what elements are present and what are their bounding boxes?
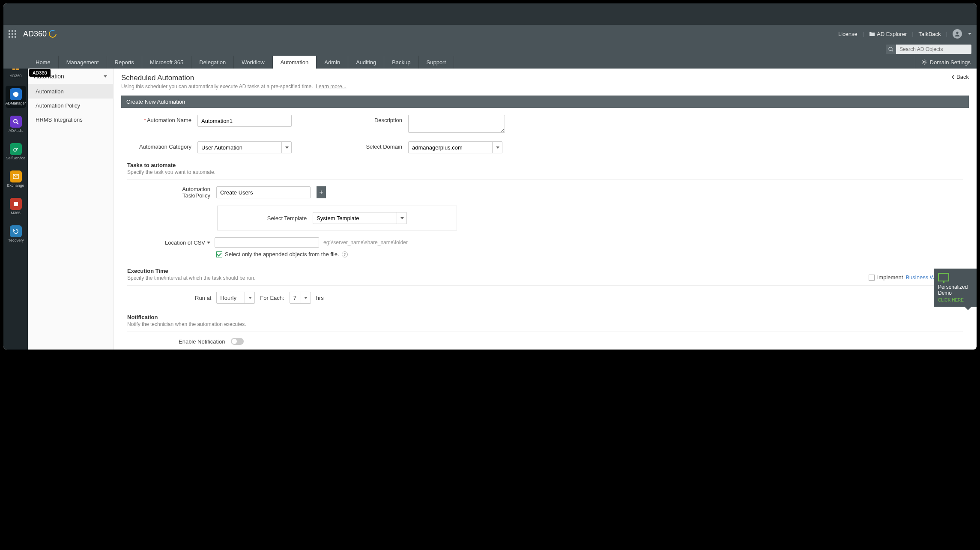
tabs: Home Management Reports Microsoft 365 De… [28, 56, 454, 69]
rail-selfservice[interactable]: SelfService [6, 140, 26, 163]
csv-path-input[interactable] [215, 237, 319, 248]
search-input[interactable] [896, 45, 971, 54]
admanager-icon [10, 88, 22, 100]
add-task-button[interactable]: + [317, 186, 326, 198]
page-header: Scheduled Automation Using this schedule… [121, 74, 969, 90]
svg-line-11 [17, 123, 18, 124]
rail-adaudit[interactable]: ADAudit [6, 113, 26, 135]
template-select[interactable]: System Template [313, 212, 407, 224]
tab-home[interactable]: Home [28, 56, 59, 69]
apps-grid-icon[interactable] [9, 30, 16, 38]
callout-arrow-icon [965, 307, 971, 310]
learn-more-link[interactable]: Learn more... [316, 84, 346, 90]
app-window: AD360 License | AD Explorer | TalkBack | [3, 3, 977, 350]
caret-down-icon[interactable] [207, 242, 210, 244]
search-icon [888, 47, 893, 52]
domain-select[interactable]: admanagerplus.com [408, 141, 502, 153]
tab-backup[interactable]: Backup [384, 56, 418, 69]
category-label: Automation Category [127, 141, 191, 150]
svg-rect-8 [12, 69, 15, 70]
tab-support[interactable]: Support [419, 56, 454, 69]
search-button[interactable] [886, 45, 896, 54]
tab-admin[interactable]: Admin [317, 56, 348, 69]
category-select[interactable]: User Automation [197, 141, 292, 153]
template-label: Select Template [267, 215, 307, 221]
svg-point-2 [956, 32, 958, 34]
search-wrap [886, 45, 971, 54]
svg-line-4 [892, 50, 893, 51]
recovery-icon [10, 225, 22, 237]
foreach-label: For Each: [260, 295, 284, 301]
content: Scheduled Automation Using this schedule… [114, 69, 977, 350]
page-title: Scheduled Automation [121, 74, 347, 82]
task-policy-select[interactable]: Create Users [216, 186, 311, 198]
ad-explorer-link[interactable]: AD Explorer [869, 31, 907, 37]
description-textarea[interactable] [408, 115, 505, 133]
side-item-policy[interactable]: Automation Policy [28, 99, 113, 113]
page-subtitle: Using this scheduler you can automatical… [121, 84, 347, 90]
tab-automation[interactable]: Automation [273, 56, 317, 69]
tab-management[interactable]: Management [59, 56, 107, 69]
form-area: *Automation Name Description Automation … [121, 108, 969, 349]
tasks-sub: Specify the task you want to automate. [127, 169, 963, 180]
svg-rect-9 [16, 69, 19, 70]
tab-m365[interactable]: Microsoft 365 [142, 56, 191, 69]
side-item-hrms[interactable]: HRMS Integrations [28, 113, 113, 127]
exec-header: Execution Time [127, 268, 963, 274]
appended-checkbox[interactable] [216, 251, 222, 257]
rail-tooltip: AD360 [29, 69, 51, 77]
csv-hint: eg:\\server_name\share_name\folder [323, 239, 408, 245]
product-logo: AD360 [23, 30, 57, 39]
template-box: Select Template System Template [217, 206, 457, 230]
help-icon[interactable]: ? [342, 251, 348, 257]
folder-icon [869, 31, 875, 36]
side-panel: Automation Automation Automation Policy … [28, 69, 114, 350]
back-button[interactable]: Back [951, 74, 969, 80]
tab-delegation[interactable]: Delegation [191, 56, 234, 69]
exchange-icon [10, 170, 22, 182]
side-item-automation[interactable]: Automation [28, 84, 113, 99]
ad360-icon [10, 69, 22, 73]
rail-recovery[interactable]: Recovery [6, 223, 26, 245]
rail-exchange[interactable]: Exchange [6, 168, 26, 190]
tasks-header: Tasks to automate [127, 162, 963, 168]
logo-arc-icon [48, 30, 57, 38]
hrs-label: hrs [316, 295, 324, 301]
automation-name-input[interactable] [197, 115, 292, 127]
notif-sub: Notify the technician when the automatio… [127, 321, 963, 332]
runat-label: Run at [195, 295, 211, 301]
svg-point-10 [14, 120, 17, 123]
rail-m365[interactable]: M365 [6, 195, 26, 218]
user-avatar[interactable] [953, 29, 962, 39]
csv-label: Location of CSV [153, 239, 210, 246]
svg-point-3 [889, 47, 892, 51]
body-area: AD360 AD360 ADManager ADAudit SelfServic… [3, 69, 977, 350]
rail-ad360[interactable]: AD360 [6, 69, 26, 81]
appended-label: Select only the appended objects from th… [225, 251, 339, 257]
exec-sub: Specify the time/interval at which the t… [127, 275, 963, 286]
section-bar: Create New Automation [121, 96, 969, 108]
user-menu-caret-icon[interactable] [968, 33, 971, 35]
rail-admanager[interactable]: ADManager [6, 86, 26, 108]
m365-icon [10, 198, 22, 210]
license-link[interactable]: License [838, 31, 858, 37]
tab-reports[interactable]: Reports [107, 56, 143, 69]
tab-auditing[interactable]: Auditing [348, 56, 384, 69]
product-name: AD360 [23, 30, 47, 39]
left-rail: AD360 ADManager ADAudit SelfService Exch… [3, 69, 28, 350]
tab-workflow[interactable]: Workflow [234, 56, 272, 69]
task-policy-label: Automation Task/Policy [153, 186, 210, 199]
runat-select[interactable]: Hourly [216, 292, 255, 304]
foreach-select[interactable]: 7 [290, 292, 311, 304]
enable-notif-toggle[interactable] [231, 338, 244, 345]
gear-icon [921, 59, 927, 65]
demo-cta[interactable]: CLICK HERE [938, 298, 972, 302]
tabbar: Home Management Reports Microsoft 365 De… [3, 56, 977, 69]
notif-header: Notification [127, 314, 963, 320]
domain-settings-button[interactable]: Domain Settings [915, 56, 977, 69]
implement-checkbox[interactable] [869, 275, 875, 281]
subbar [3, 43, 977, 56]
talkback-link[interactable]: TalkBack [919, 31, 941, 37]
automation-name-label: *Automation Name [127, 115, 191, 123]
demo-callout[interactable]: Personalized Demo CLICK HERE [934, 269, 977, 307]
